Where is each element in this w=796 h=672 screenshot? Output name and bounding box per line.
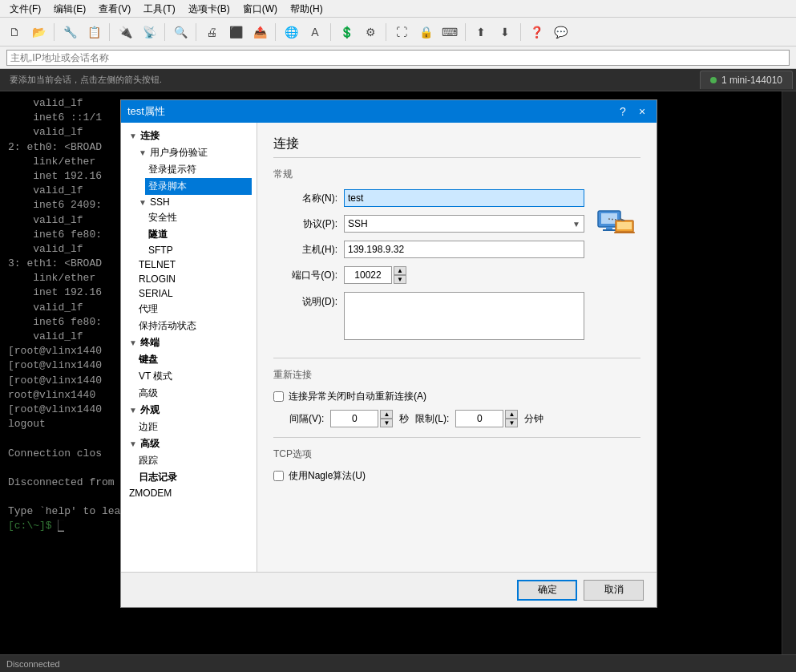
nagle-checkbox-row: 使用Nagle算法(U)	[273, 469, 640, 483]
port-spinbox: ▲ ▼	[344, 266, 406, 284]
port-spin-down[interactable]: ▼	[394, 275, 406, 284]
font-btn[interactable]: A	[304, 21, 326, 43]
protocol-select[interactable]: SSH ▼	[344, 215, 584, 233]
limit-spin-up[interactable]: ▲	[505, 410, 518, 419]
network-icon-area	[592, 205, 640, 253]
open-btn[interactable]: 📂	[27, 21, 50, 43]
help-btn[interactable]: ❓	[525, 21, 548, 43]
tree-item-keyboard[interactable]: 键盘	[135, 351, 252, 368]
menu-help[interactable]: 帮助(H)	[284, 0, 329, 18]
separator5	[275, 23, 276, 41]
tree-item-vt-mode[interactable]: VT 模式	[135, 368, 252, 385]
menu-tools[interactable]: 工具(T)	[137, 0, 181, 18]
tree-item-telnet[interactable]: TELNET	[135, 257, 252, 272]
reconnect-label: 连接异常关闭时自动重新连接(A)	[289, 390, 426, 403]
tree-item-tunnel[interactable]: 隧道	[145, 226, 252, 243]
menu-edit[interactable]: 编辑(E)	[47, 0, 92, 18]
properties-btn[interactable]: 🔧	[59, 21, 81, 43]
tree-item-serial[interactable]: SERIAL	[135, 286, 252, 301]
new-session-btn[interactable]: 🗋	[3, 21, 26, 43]
tree-expand-icon: ▼	[139, 148, 147, 157]
limit-unit: 分钟	[524, 412, 543, 426]
toolbar-btn3[interactable]: 📡	[138, 21, 160, 43]
interval-label: 间隔(V):	[289, 412, 324, 426]
chat-btn[interactable]: 💬	[549, 21, 572, 43]
nagle-checkbox[interactable]	[273, 471, 284, 481]
interval-input[interactable]	[330, 410, 378, 427]
tree-item-proxy[interactable]: 代理	[135, 301, 252, 318]
ok-button[interactable]: 确定	[517, 580, 577, 601]
tree-item-security[interactable]: 安全性	[145, 209, 252, 226]
tree-label: 保持活动状态	[139, 319, 196, 333]
app-window: 文件(F) 编辑(E) 查看(V) 工具(T) 选项卡(B) 窗口(W) 帮助(…	[0, 0, 796, 672]
fullscreen-btn[interactable]: ⛶	[390, 21, 413, 43]
tab-status-dot	[710, 77, 717, 83]
toolbar-btn5[interactable]: 🖨	[200, 21, 223, 43]
toolbar-btn8[interactable]: 🌐	[280, 21, 302, 43]
limit-input[interactable]	[455, 410, 503, 427]
toolbar-btn6[interactable]: ⬛	[224, 21, 247, 43]
tree-item-sftp[interactable]: SFTP	[145, 243, 252, 257]
tree-label: 连接	[140, 129, 160, 143]
tree-item-advanced[interactable]: 高级	[135, 385, 252, 402]
tree-item-advanced-cat[interactable]: ▼ 高级	[126, 435, 252, 452]
tree-item-ssh[interactable]: ▼ SSH	[135, 195, 252, 209]
tree-item-keepalive[interactable]: 保持活动状态	[135, 318, 252, 334]
tree-expand-icon: ▼	[139, 198, 147, 207]
menu-file[interactable]: 文件(F)	[3, 0, 47, 18]
menu-tabs[interactable]: 选项卡(B)	[182, 0, 236, 18]
tree-item-trace[interactable]: 跟踪	[135, 452, 252, 469]
tree-item-login-prompt[interactable]: 登录提示符	[145, 161, 252, 178]
toolbar-btn2[interactable]: 📋	[83, 21, 105, 43]
network-icon	[596, 209, 636, 249]
tree-item-rlogin[interactable]: RLOGIN	[135, 272, 252, 286]
tree-label: 终端	[140, 336, 160, 350]
interval-unit: 秒	[399, 412, 409, 426]
toolbar: 🗋 📂 🔧 📋 🔌 📡 🔍 🖨 ⬛ 📤 🌐 A 💲 ⚙ ⛶ 🔒 ⌨ ⬆ ⬇ ❓ …	[0, 18, 796, 47]
tree-item-login-script[interactable]: 登录脚本	[145, 178, 252, 195]
toolbar-btn9[interactable]: 💲	[335, 21, 358, 43]
menu-view[interactable]: 查看(V)	[92, 0, 137, 18]
tree-label: RLOGIN	[139, 273, 176, 285]
tree-item-margin[interactable]: 边距	[135, 419, 252, 435]
dialog-help-btn[interactable]: ?	[615, 103, 631, 119]
desc-textarea[interactable]	[344, 292, 584, 340]
tree-label: 边距	[139, 420, 158, 434]
interval-spin-down[interactable]: ▼	[380, 419, 393, 427]
lock-btn[interactable]: 🔒	[414, 21, 437, 43]
address-bar	[0, 47, 796, 69]
upload-btn[interactable]: ⬆	[470, 21, 492, 43]
download-btn[interactable]: ⬇	[494, 21, 516, 43]
toolbar-btn4[interactable]: 🔍	[169, 21, 192, 43]
tree-item-terminal[interactable]: ▼ 终端	[126, 334, 252, 351]
nagle-label: 使用Nagle算法(U)	[289, 469, 366, 483]
dialog-close-btn[interactable]: ×	[634, 103, 650, 119]
kbd-btn[interactable]: ⌨	[438, 21, 461, 43]
tab-bar: 要添加当前会话，点击左侧的箭头按钮. 1 mini-144010	[0, 69, 796, 91]
tree-item-auth[interactable]: ▼ 用户身份验证	[135, 144, 252, 161]
toolbar-btn7[interactable]: 📤	[248, 21, 271, 43]
tree-item-logging[interactable]: 日志记录	[135, 469, 252, 486]
tree-item-connection[interactable]: ▼ 连接	[126, 128, 252, 144]
host-row: 主机(H):	[273, 241, 584, 258]
connect-btn[interactable]: 🔌	[114, 21, 136, 43]
tree-label: 高级	[139, 387, 158, 400]
dialog-titlebar-buttons: ? ×	[615, 103, 650, 119]
dialog-titlebar: test属性 ? ×	[121, 100, 657, 123]
reconnect-checkbox[interactable]	[273, 391, 284, 402]
port-spin-up[interactable]: ▲	[394, 266, 406, 275]
tree-item-zmodem[interactable]: ZMODEM	[126, 486, 252, 500]
toolbar-btn10[interactable]: ⚙	[359, 21, 382, 43]
cancel-button[interactable]: 取消	[584, 580, 644, 601]
port-input[interactable]	[344, 266, 392, 284]
menu-window[interactable]: 窗口(W)	[236, 0, 284, 18]
host-input[interactable]	[344, 241, 584, 258]
tree-label: SFTP	[148, 245, 173, 256]
limit-spin-down[interactable]: ▼	[505, 419, 518, 427]
address-input[interactable]	[6, 50, 790, 66]
tree-item-appearance[interactable]: ▼ 外观	[126, 402, 252, 419]
interval-spin-up[interactable]: ▲	[380, 410, 393, 419]
name-input[interactable]	[344, 189, 584, 207]
tab-item[interactable]: 1 mini-144010	[700, 71, 793, 89]
tab-label: 1 mini-144010	[721, 75, 782, 86]
